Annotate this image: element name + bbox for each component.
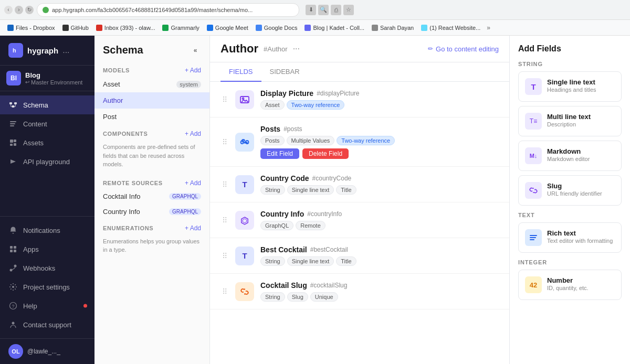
user-area[interactable]: OL @lawle_..._ [0, 338, 94, 364]
field-row-country-info[interactable]: ⠿ Country Info #countryInfo GraphQL Remo… [210, 202, 509, 238]
slug-name: Slug [547, 182, 602, 190]
field-info-posts: Posts #posts Posts Multiple Values Two-w… [260, 125, 499, 159]
sidebar-item-webhooks[interactable]: Webhooks [0, 259, 94, 277]
svg-point-20 [10, 269, 13, 272]
nav-bottom: Notifications Apps [0, 216, 94, 338]
sidebar-item-api-playground[interactable]: API playground [0, 152, 94, 171]
sidebar-item-label-notifications: Notifications [23, 227, 60, 234]
collapse-button[interactable]: « [190, 45, 201, 56]
fields-area: ⠿ Display Picture #displayPicture Asset [210, 82, 509, 364]
drag-handle[interactable]: ⠿ [220, 216, 229, 224]
svg-rect-13 [10, 144, 13, 146]
tab-fields[interactable]: FIELDS [220, 62, 261, 82]
settings-icon [8, 282, 18, 292]
field-name-best-cocktail: Best Cocktail #bestCocktail [260, 245, 499, 254]
add-field-number[interactable]: 42 Number ID, quantity, etc. [518, 270, 622, 300]
add-remote-source-button[interactable]: + Add [185, 179, 201, 187]
field-row-posts[interactable]: ⠿ Posts #posts Po [210, 117, 509, 167]
download-button[interactable]: ⬇ [306, 5, 316, 15]
markdown-desc: Markdown editor [547, 156, 590, 162]
drag-handle[interactable]: ⠿ [220, 138, 229, 146]
sidebar-item-apps[interactable]: Apps [0, 240, 94, 259]
field-row-display-picture[interactable]: ⠿ Display Picture #displayPicture Asset [210, 82, 509, 117]
share-button[interactable]: ⎙ [331, 5, 341, 15]
field-row-best-cocktail[interactable]: ⠿ T Best Cocktail #bestCocktail String S… [210, 238, 509, 274]
logo-area: h hygraph ... [0, 36, 94, 66]
sidebar-item-project-settings[interactable]: Project settings [0, 277, 94, 296]
more-bookmarks[interactable]: » [485, 24, 492, 31]
go-to-editing-button[interactable]: ✏ Go to content editing [428, 45, 499, 53]
sidebar-item-notifications[interactable]: Notifications [0, 221, 94, 240]
page-title: Author [220, 42, 258, 56]
bookmark-icon [421, 25, 427, 31]
bookmark-inbox[interactable]: Inbox (393) - olaw... [93, 24, 159, 32]
drag-handle[interactable]: ⠿ [220, 252, 229, 260]
field-tag: Unique [310, 292, 338, 302]
bookmark-label: (1) React Website... [429, 25, 480, 31]
field-tag: String [260, 292, 285, 302]
add-field-single-line-text[interactable]: T Single line text Headings and titles [518, 71, 622, 102]
field-row-country-code[interactable]: ⠿ T Country Code #countryCode String Sin… [210, 167, 509, 202]
bookmark-google-docs[interactable]: Google Docs [253, 24, 301, 32]
add-field-rich-text[interactable]: Rich text Text editor with formatting [518, 222, 622, 253]
bookmark-button[interactable]: ☆ [343, 5, 354, 15]
bookmark-react-website[interactable]: (1) React Website... [418, 24, 484, 32]
field-tag: Title [336, 256, 356, 266]
sidebar-item-help[interactable]: ? Help [0, 296, 94, 315]
sidebar-item-label-api: API playground [23, 158, 70, 166]
add-enumeration-button[interactable]: + Add [185, 224, 201, 232]
bookmark-blog-kadet[interactable]: Blog | Kadet - Coll... [301, 24, 368, 32]
sidebar-item-content[interactable]: Content [0, 114, 94, 133]
rich-text-icon [525, 229, 542, 246]
model-item-post[interactable]: Post [94, 109, 209, 125]
svg-rect-35 [530, 239, 534, 240]
bookmark-grammarly[interactable]: Grammarly [159, 24, 202, 32]
add-field-markdown[interactable]: M↓ Markdown Markdown editor [518, 141, 622, 171]
back-button[interactable]: ‹ [4, 6, 13, 14]
remote-name-cocktail: Cocktail Info [103, 192, 141, 200]
add-field-multi-line-text[interactable]: T≡ Multi line text Description [518, 106, 622, 136]
drag-handle[interactable]: ⠿ [220, 287, 229, 296]
add-field-slug[interactable]: Slug URL friendly identifier [518, 175, 622, 206]
field-actions: Edit Field Delete Field [260, 148, 499, 159]
remote-item-cocktail-info[interactable]: Cocktail Info GRAPHQL [94, 189, 209, 204]
sidebar-item-schema[interactable]: Schema [0, 95, 94, 114]
field-tag: String [260, 256, 285, 266]
field-row-cocktail-slug[interactable]: ⠿ Cocktail Slug #cocktailSlug String Slu… [210, 274, 509, 309]
bookmark-sarah-dayan[interactable]: Sarah Dayan [369, 24, 417, 32]
address-bar[interactable]: app.hygraph.com/fa3cb006567c468881f21649… [37, 3, 299, 17]
number-info: Number ID, quantity, etc. [547, 276, 589, 291]
env-block: BI Blog ↩ Master Environment [6, 71, 88, 85]
field-hash: #countryInfo [307, 210, 342, 218]
model-item-asset[interactable]: Asset system [94, 76, 209, 92]
add-component-button[interactable]: + Add [185, 130, 201, 137]
remote-item-country-info[interactable]: Country Info GRAPHQL [94, 204, 209, 219]
drag-handle[interactable]: ⠿ [220, 180, 229, 189]
bookmark-label: Grammarly [171, 25, 199, 31]
field-tag: Single line text [287, 256, 334, 266]
refresh-button[interactable]: ↻ [25, 6, 34, 14]
bookmark-files-dropbox[interactable]: Files - Dropbox [4, 24, 58, 32]
field-tag: Slug [287, 292, 308, 302]
single-line-text-name: Single line text [547, 78, 596, 86]
tab-sidebar[interactable]: SIDEBAR [261, 62, 308, 82]
forward-button[interactable]: › [15, 6, 23, 14]
bookmark-google-meet[interactable]: Google Meet [204, 24, 251, 32]
bookmark-label: Sarah Dayan [380, 25, 414, 31]
add-model-button[interactable]: + Add [185, 67, 201, 74]
search-button[interactable]: 🔍 [318, 5, 329, 15]
model-item-author[interactable]: Author [94, 92, 209, 109]
model-badge-asset: system [176, 81, 201, 88]
edit-field-button[interactable]: Edit Field [260, 148, 299, 159]
delete-field-button[interactable]: Delete Field [302, 148, 349, 159]
drag-handle[interactable]: ⠿ [220, 95, 229, 104]
field-name-country-info: Country Info #countryInfo [260, 210, 499, 218]
slug-desc: URL friendly identifier [547, 190, 602, 197]
sidebar-item-contact-support[interactable]: Contact support [0, 315, 94, 334]
markdown-name: Markdown [547, 147, 590, 155]
more-options-button[interactable]: ··· [293, 44, 300, 53]
sidebar-item-label-contact-support: Contact support [23, 321, 71, 329]
env-badge: BI [6, 71, 21, 85]
bookmark-github[interactable]: GitHub [59, 24, 92, 32]
sidebar-item-assets[interactable]: Assets [0, 133, 94, 152]
